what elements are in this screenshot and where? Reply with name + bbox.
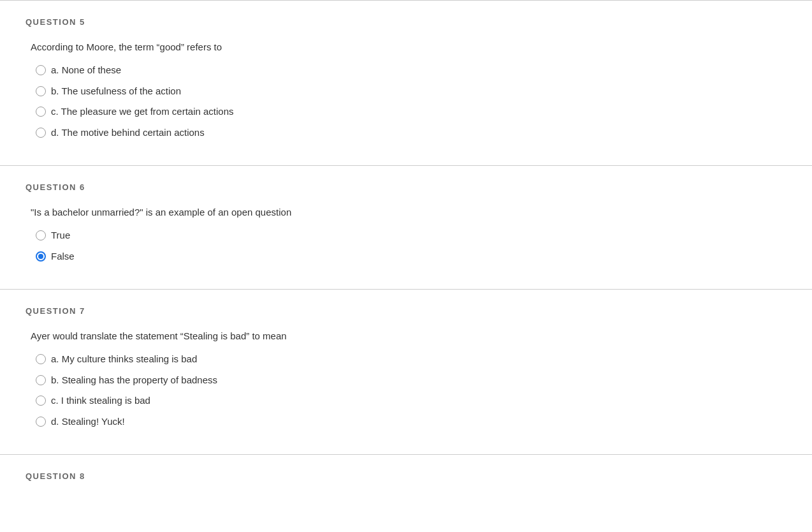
question-5-option-d[interactable]: d. The motive behind certain actions	[36, 126, 787, 140]
question-7-text: Ayer would translate the statement “Stea…	[31, 329, 787, 344]
question-7-option-a[interactable]: a. My culture thinks stealing is bad	[36, 352, 787, 367]
question-7-option-b[interactable]: b. Stealing has the property of badness	[36, 373, 787, 388]
question-7-radio-d[interactable]	[36, 417, 46, 427]
question-7-option-c[interactable]: c. I think stealing is bad	[36, 394, 787, 408]
question-5-label-a[interactable]: a. None of these	[51, 63, 121, 78]
question-7-label-b[interactable]: b. Stealing has the property of badness	[51, 373, 217, 388]
question-8-label: QUESTION 8	[25, 470, 787, 483]
question-5-block: QUESTION 5 According to Moore, the term …	[0, 0, 812, 165]
question-6-text: "Is a bachelor unmarried?" is an example…	[31, 205, 787, 220]
question-5-radio-a[interactable]	[36, 65, 46, 75]
question-5-option-b[interactable]: b. The usefulness of the action	[36, 84, 787, 99]
question-6-label-true[interactable]: True	[51, 228, 70, 243]
question-5-label-c[interactable]: c. The pleasure we get from certain acti…	[51, 105, 234, 119]
question-7-option-d[interactable]: d. Stealing! Yuck!	[36, 415, 787, 429]
question-6-block: QUESTION 6 "Is a bachelor unmarried?" is…	[0, 165, 812, 289]
question-5-label: QUESTION 5	[25, 16, 787, 29]
question-7-label-a[interactable]: a. My culture thinks stealing is bad	[51, 352, 197, 367]
question-7-label-c[interactable]: c. I think stealing is bad	[51, 394, 150, 408]
question-8-block: QUESTION 8	[0, 454, 812, 483]
question-5-text: According to Moore, the term “good” refe…	[31, 40, 787, 55]
question-5-radio-b[interactable]	[36, 86, 46, 96]
question-5-option-c[interactable]: c. The pleasure we get from certain acti…	[36, 105, 787, 119]
question-5-label-d[interactable]: d. The motive behind certain actions	[51, 126, 205, 140]
question-6-radio-true[interactable]	[36, 230, 46, 240]
question-6-option-true[interactable]: True	[36, 228, 787, 243]
question-6-label: QUESTION 6	[25, 181, 787, 194]
question-7-radio-a[interactable]	[36, 354, 46, 364]
question-7-block: QUESTION 7 Ayer would translate the stat…	[0, 289, 812, 454]
question-7-label: QUESTION 7	[25, 305, 787, 318]
question-5-option-a[interactable]: a. None of these	[36, 63, 787, 78]
question-6-option-false[interactable]: False	[36, 249, 787, 264]
page-container: QUESTION 5 According to Moore, the term …	[0, 0, 812, 532]
question-5-radio-c[interactable]	[36, 107, 46, 117]
question-7-radio-c[interactable]	[36, 395, 46, 406]
question-7-radio-b[interactable]	[36, 375, 46, 385]
question-7-label-d[interactable]: d. Stealing! Yuck!	[51, 415, 125, 429]
question-5-radio-d[interactable]	[36, 128, 46, 138]
question-6-label-false[interactable]: False	[51, 249, 75, 264]
question-5-label-b[interactable]: b. The usefulness of the action	[51, 84, 181, 99]
question-6-radio-false[interactable]	[36, 251, 46, 262]
